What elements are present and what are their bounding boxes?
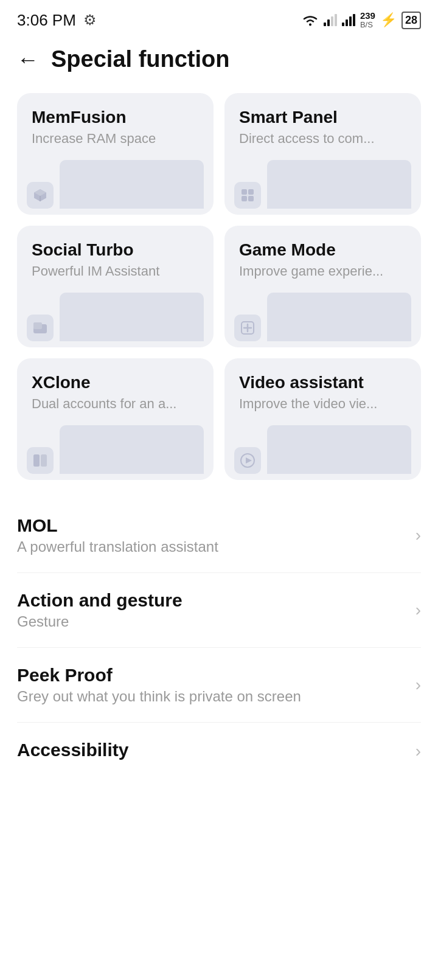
card-xclone[interactable]: XClone Dual accounts for an a... — [17, 358, 214, 480]
battery-level: 28 — [405, 14, 417, 27]
list-item-accessibility[interactable]: Accessibility › — [17, 723, 421, 780]
svg-rect-19 — [33, 454, 40, 467]
battery-indicator: 28 — [401, 12, 421, 29]
list-item-action-gesture-subtitle: Gesture — [17, 613, 406, 630]
game-mode-icon — [234, 315, 261, 341]
video-assistant-mock-screen — [267, 425, 411, 474]
card-title-xclone: XClone — [32, 373, 199, 392]
card-subtitle-smart-panel: Direct access to com... — [239, 131, 406, 147]
card-smart-panel[interactable]: Smart Panel Direct access to com... — [224, 93, 421, 215]
card-illustration-xclone — [17, 419, 214, 480]
list-item-peek-proof-title: Peek Proof — [17, 665, 406, 686]
svg-rect-8 — [353, 14, 355, 26]
card-social-turbo[interactable]: Social Turbo Powerful IM Assistant — [17, 226, 214, 347]
memfusion-icon — [27, 182, 54, 209]
card-title-memfusion: MemFusion — [32, 108, 199, 127]
list-item-action-gesture[interactable]: Action and gesture Gesture › — [17, 573, 421, 648]
list-item-peek-proof[interactable]: Peek Proof Grey out what you think is pr… — [17, 648, 421, 723]
list-item-peek-proof-subtitle: Grey out what you think is private on sc… — [17, 688, 406, 705]
card-subtitle-video-assistant: Improve the video vie... — [239, 396, 406, 412]
card-title-social-turbo: Social Turbo — [32, 240, 199, 260]
list-item-accessibility-title: Accessibility — [17, 740, 406, 760]
card-title-smart-panel: Smart Panel — [239, 108, 406, 127]
social-turbo-icon — [27, 315, 54, 341]
gear-icon: ⚙ — [83, 12, 97, 29]
card-title-game-mode: Game Mode — [239, 240, 406, 260]
feature-cards-grid: MemFusion Increase RAM space Smart Panel… — [0, 87, 438, 498]
status-time: 3:06 PM — [17, 11, 76, 30]
chevron-icon-mol: › — [415, 526, 421, 545]
svg-marker-22 — [246, 457, 252, 464]
card-title-video-assistant: Video assistant — [239, 373, 406, 392]
chevron-icon-accessibility: › — [415, 742, 421, 761]
smart-panel-mock-screen — [267, 160, 411, 209]
smart-panel-icon — [234, 182, 261, 209]
card-illustration-social-turbo — [17, 287, 214, 347]
svg-rect-10 — [242, 189, 247, 195]
svg-rect-3 — [331, 16, 333, 26]
xclone-icon — [27, 447, 54, 474]
svg-rect-1 — [324, 23, 326, 26]
card-illustration-video-assistant — [224, 419, 421, 480]
svg-rect-2 — [327, 19, 330, 26]
svg-rect-7 — [349, 16, 352, 26]
charging-icon: ⚡ — [380, 12, 397, 28]
chevron-icon-action-gesture: › — [415, 600, 421, 620]
status-bar: 3:06 PM ⚙ 239 B/S ⚡ — [0, 0, 438, 34]
list-item-accessibility-content: Accessibility — [17, 740, 406, 763]
video-assistant-icon — [234, 447, 261, 474]
svg-rect-5 — [342, 23, 344, 26]
list-item-peek-proof-content: Peek Proof Grey out what you think is pr… — [17, 665, 406, 705]
memfusion-mock-screen — [60, 160, 204, 209]
svg-rect-12 — [242, 196, 247, 201]
data-speed: 239 B/S — [360, 11, 375, 30]
card-illustration-game-mode — [224, 287, 421, 347]
card-illustration-memfusion — [17, 154, 214, 215]
list-item-action-gesture-title: Action and gesture — [17, 590, 406, 611]
card-subtitle-memfusion: Increase RAM space — [32, 131, 199, 147]
page-title: Special function — [51, 46, 229, 72]
list-item-mol-title: MOL — [17, 515, 406, 536]
chevron-icon-peek-proof: › — [415, 675, 421, 695]
back-button[interactable]: ← — [17, 49, 39, 71]
xclone-mock-screen — [60, 425, 204, 474]
svg-rect-15 — [33, 322, 42, 329]
card-video-assistant[interactable]: Video assistant Improve the video vie... — [224, 358, 421, 480]
list-item-mol-subtitle: A powerful translation assistant — [17, 538, 406, 555]
status-icons: 239 B/S ⚡ 28 — [302, 11, 421, 30]
list-item-mol-content: MOL A powerful translation assistant — [17, 515, 406, 555]
svg-point-0 — [309, 24, 311, 26]
signal-icon-2 — [342, 14, 355, 26]
card-subtitle-xclone: Dual accounts for an a... — [32, 396, 199, 412]
svg-rect-11 — [248, 189, 254, 195]
list-item-action-gesture-content: Action and gesture Gesture — [17, 590, 406, 630]
card-game-mode[interactable]: Game Mode Improve game experie... — [224, 226, 421, 347]
wifi-icon — [302, 13, 319, 27]
signal-icon-1 — [324, 14, 337, 26]
list-item-mol[interactable]: MOL A powerful translation assistant › — [17, 498, 421, 573]
card-subtitle-game-mode: Improve game experie... — [239, 263, 406, 279]
card-subtitle-social-turbo: Powerful IM Assistant — [32, 263, 199, 279]
page-header: ← Special function — [0, 34, 438, 87]
svg-rect-4 — [335, 14, 337, 26]
card-memfusion[interactable]: MemFusion Increase RAM space — [17, 93, 214, 215]
svg-rect-20 — [41, 454, 47, 467]
game-mode-mock-screen — [267, 293, 411, 341]
svg-rect-13 — [248, 196, 254, 201]
svg-rect-6 — [346, 19, 348, 26]
card-illustration-smart-panel — [224, 154, 421, 215]
list-section: MOL A powerful translation assistant › A… — [0, 498, 438, 780]
social-turbo-mock-screen — [60, 293, 204, 341]
